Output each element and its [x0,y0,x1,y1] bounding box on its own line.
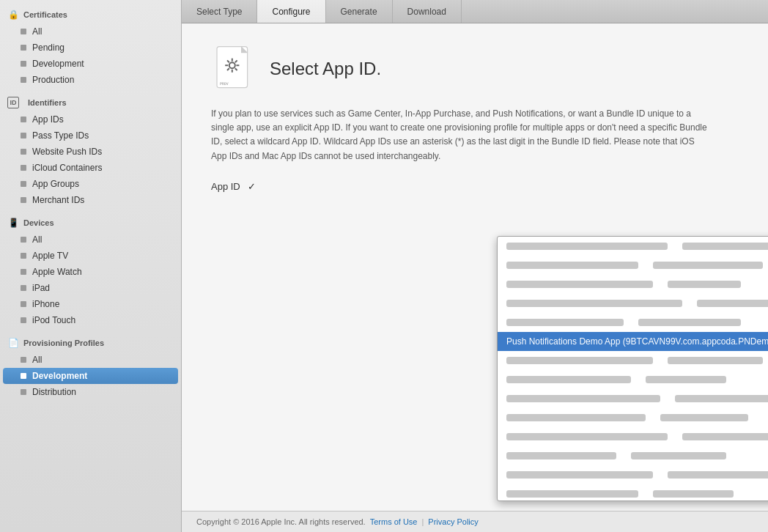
app-id-row: App ID ✓ [211,181,739,192]
blurred-text [653,262,763,269]
sidebar-item-ipod-touch[interactable]: iPod Touch [0,312,181,328]
sidebar-item-app-groups[interactable]: App Groups [0,176,181,192]
app-id-label: App ID [211,181,240,192]
dropdown-item-blurred-9[interactable] [498,408,768,427]
tab-select-type[interactable]: Select Type [182,0,257,23]
blurred-text [506,395,660,402]
dropdown-item-blurred-13[interactable] [498,484,768,500]
blurred-text [506,300,682,307]
blurred-text [660,414,748,421]
app-id-dropdown[interactable]: Push Notifications Demo App (9BTCAVN99V.… [497,236,768,501]
dot-icon [21,45,26,51]
checkmark-icon: ✓ [248,181,256,192]
dropdown-item-blurred-5[interactable] [498,313,768,332]
dropdown-item-blurred-4[interactable] [498,294,768,313]
privacy-policy-link[interactable]: Privacy Policy [428,517,478,526]
sidebar-item-certs-all[interactable]: All [0,23,181,40]
sidebar-item-prov-all[interactable]: All [0,352,181,368]
dot-icon [21,29,26,34]
sidebar: 🔒 Certificates All Pending Development P… [0,0,182,532]
dot-icon [21,389,26,395]
device-icon: 📱 [7,217,19,229]
tab-generate[interactable]: Generate [326,0,393,23]
blurred-text [675,395,768,402]
terms-of-use-link[interactable]: Terms of Use [370,517,418,526]
dropdown-item-blurred-2[interactable] [498,256,768,275]
dropdown-item-blurred-8[interactable] [498,389,768,408]
blurred-text [506,319,624,326]
sidebar-item-certs-production[interactable]: Production [0,72,181,88]
dot-icon [21,301,26,307]
content-area: PROV Select App ID. If you plan to use s… [182,23,768,511]
sidebar-item-website-push-ids[interactable]: Website Push IDs [0,144,181,160]
blurred-text [668,281,741,288]
sidebar-section-certificates: 🔒 Certificates [0,3,181,23]
dot-icon [21,197,26,203]
blurred-text [506,433,668,440]
blurred-text [631,452,726,459]
blurred-text [638,319,741,326]
dropdown-item-blurred-7[interactable] [498,370,768,389]
main-layout: 🔒 Certificates All Pending Development P… [0,0,768,532]
dot-icon [21,77,26,83]
sidebar-item-app-ids[interactable]: App IDs [0,111,181,128]
dot-icon [21,117,26,122]
sidebar-item-certs-pending[interactable]: Pending [0,40,181,56]
dot-icon [21,181,26,187]
tab-download[interactable]: Download [393,0,462,23]
dot-icon [21,237,26,243]
dot-icon [21,269,26,275]
dot-icon [21,133,26,138]
dot-icon [21,357,26,363]
dropdown-item-selected[interactable]: Push Notifications Demo App (9BTCAVN99V.… [498,332,768,351]
blurred-text [506,357,653,364]
blurred-text [506,376,631,383]
copyright-text: Copyright © 2016 Apple Inc. All rights r… [196,517,366,526]
blurred-text [653,490,734,498]
prov-file-icon: PROV [211,45,258,92]
tab-configure[interactable]: Configure [257,0,325,23]
dropdown-item-blurred-1[interactable] [498,237,768,256]
dropdown-item-blurred-11[interactable] [498,446,768,465]
sidebar-item-apple-watch[interactable]: Apple Watch [0,264,181,280]
sidebar-item-certs-development[interactable]: Development [0,56,181,72]
blurred-text [506,471,653,479]
dropdown-list: Push Notifications Demo App (9BTCAVN99V.… [498,237,768,500]
page-title: Select App ID. [270,59,381,79]
sidebar-section-identifiers: ID Identifiers [0,91,181,111]
id-icon: ID [7,97,19,108]
sidebar-item-icloud-containers[interactable]: iCloud Containers [0,160,181,176]
blurred-text [668,357,763,364]
sidebar-section-devices: 📱 Devices [0,211,181,232]
blurred-text [506,490,638,498]
blurred-text [506,281,653,288]
dropdown-item-blurred-10[interactable] [498,427,768,446]
blurred-text [682,243,768,250]
sidebar-item-prov-development[interactable]: Development [3,368,178,384]
sidebar-item-apple-tv[interactable]: Apple TV [0,248,181,264]
sidebar-item-merchant-ids[interactable]: Merchant IDs [0,192,181,208]
sidebar-item-iphone[interactable]: iPhone [0,296,181,312]
sidebar-item-ipad[interactable]: iPad [0,280,181,296]
certificate-icon: 🔒 [7,9,19,21]
blurred-text [506,452,616,459]
sidebar-section-provisioning: 📄 Provisioning Profiles [0,331,181,352]
dot-icon [21,149,26,155]
right-panel: Select Type Configure Generate Download [182,0,768,532]
dropdown-item-blurred-6[interactable] [498,351,768,370]
content-inner: PROV Select App ID. If you plan to use s… [182,23,768,221]
sidebar-item-prov-distribution[interactable]: Distribution [0,384,181,400]
footer-divider: | [421,517,424,526]
blurred-text [668,471,768,479]
sidebar-item-pass-type-ids[interactable]: Pass Type IDs [0,128,181,144]
dot-icon [21,373,26,379]
dropdown-item-blurred-3[interactable] [498,275,768,294]
blurred-text [506,243,668,250]
dot-icon [21,253,26,259]
dropdown-item-blurred-12[interactable] [498,465,768,484]
blurred-text [697,300,768,307]
provisioning-icon: 📄 [7,337,19,349]
sidebar-item-devices-all[interactable]: All [0,232,181,248]
svg-text:PROV: PROV [220,82,229,86]
blurred-text [506,414,646,421]
